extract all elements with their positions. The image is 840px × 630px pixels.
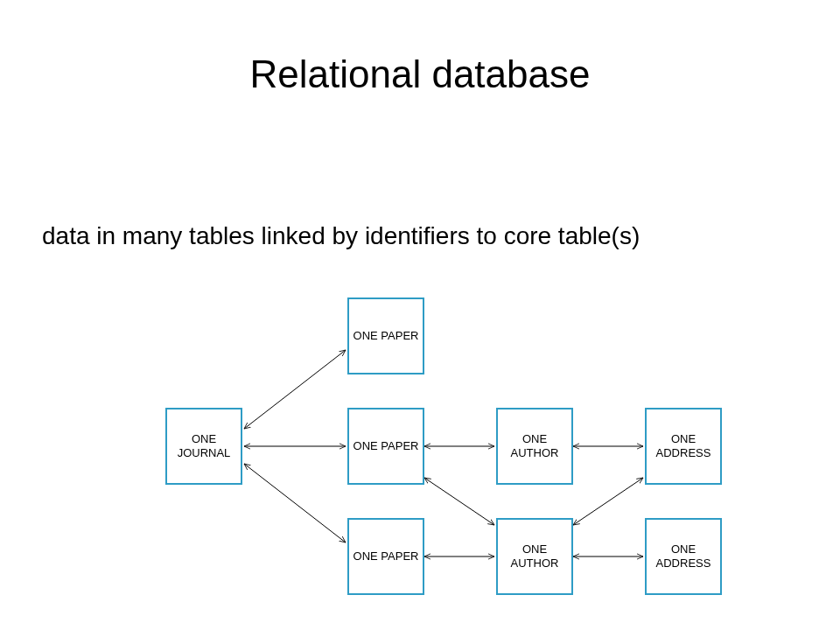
slide: Relational database data in many tables … [0,0,840,630]
node-journal: ONE JOURNAL [165,408,242,485]
svg-line-5 [424,478,494,525]
node-paper-1: ONE PAPER [347,298,424,374]
svg-line-8 [573,478,643,525]
node-paper-3: ONE PAPER [347,518,424,595]
slide-subtitle: data in many tables linked by identifier… [42,222,803,250]
slide-title: Relational database [0,52,840,96]
svg-line-0 [244,350,346,429]
node-author-1: ONE AUTHOR [496,408,573,485]
node-author-2: ONE AUTHOR [496,518,573,595]
node-paper-2: ONE PAPER [347,408,424,485]
node-address-2: ONE ADDRESS [645,518,722,595]
node-address-1: ONE ADDRESS [645,408,722,485]
svg-line-2 [244,464,346,542]
